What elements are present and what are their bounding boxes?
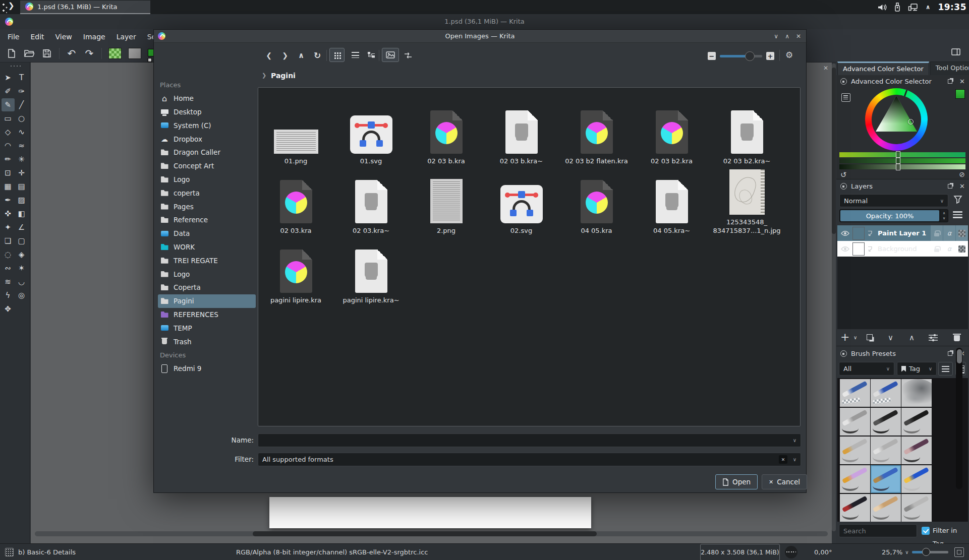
opacity-spinner[interactable]: ∧∨ <box>940 210 948 222</box>
tool-button[interactable]: ϟ <box>2 289 15 302</box>
close-panel-icon[interactable]: ✕ <box>959 78 965 85</box>
brush-preset[interactable] <box>840 437 870 464</box>
layers-menu-icon[interactable] <box>953 211 962 218</box>
layer-inherit-alpha-toggle[interactable] <box>956 225 968 241</box>
brush-preset[interactable] <box>840 379 870 407</box>
brush-preset-icon[interactable] <box>5 548 14 556</box>
chevron-down-icon[interactable]: ∨ <box>793 434 796 447</box>
add-layer-button[interactable]: + <box>840 331 849 343</box>
value-bar-handle[interactable] <box>896 163 900 170</box>
tool-button[interactable]: ≈ <box>15 139 28 152</box>
panel-lock-icon[interactable] <box>840 183 847 190</box>
chevron-down-icon[interactable]: ∨ <box>793 453 796 466</box>
file-04-05-kra[interactable]: 04 05.kra~ <box>634 169 709 235</box>
file-02-03-b-kra[interactable]: 02 03 b.kra~ <box>484 100 559 165</box>
tool-button[interactable]: ╱ <box>15 98 28 111</box>
color-wheel[interactable] <box>865 88 928 151</box>
saturation-bar[interactable] <box>839 158 965 163</box>
color-selector-ring[interactable] <box>908 119 914 125</box>
usb-device-icon[interactable] <box>894 3 900 12</box>
place-dragon-caller[interactable]: Dragon Caller <box>158 146 256 159</box>
add-layer-dropdown-icon[interactable]: ∨ <box>853 335 857 340</box>
file-browser[interactable]: 01.png 01.svg 02 03 b.kra <box>258 87 801 426</box>
pattern-swatch[interactable] <box>128 48 141 59</box>
place-home[interactable]: Home <box>158 92 256 105</box>
file-02-svg[interactable]: 02.svg <box>484 169 559 235</box>
tool-button[interactable]: ◎ <box>15 289 28 302</box>
zoom-fit-button[interactable] <box>954 547 964 557</box>
menu-layer[interactable]: Layer <box>111 29 142 44</box>
move-layer-down-button[interactable]: ∨ <box>888 333 893 342</box>
tool-button[interactable]: ✦ <box>2 221 15 234</box>
tool-button[interactable]: ▨ <box>15 194 28 207</box>
sort-options-button[interactable] <box>402 48 414 63</box>
horizontal-scrollbar[interactable] <box>35 531 828 536</box>
panel-lock-icon[interactable] <box>840 78 847 85</box>
brush-preset[interactable] <box>840 465 870 493</box>
file-pagini-lipire-kra[interactable]: pagini lipire.kra~ <box>333 239 409 304</box>
tool-button[interactable]: ✑ <box>15 85 28 98</box>
horizontal-scrollbar-handle[interactable] <box>253 531 597 536</box>
canvas-rotation-dial[interactable] <box>785 546 797 558</box>
clear-filter-icon[interactable]: ✕ <box>779 455 787 464</box>
brush-preset[interactable] <box>871 437 901 464</box>
clock[interactable]: 19:35 <box>938 2 966 12</box>
filter-in-tag-checkbox[interactable] <box>922 527 930 535</box>
brush-preset[interactable] <box>901 379 932 407</box>
no-color-icon[interactable]: ⊘ <box>959 170 965 178</box>
place-reference[interactable]: Reference <box>158 213 256 227</box>
color-selector-settings-icon[interactable] <box>841 93 850 102</box>
tool-button[interactable]: ▦ <box>2 180 15 193</box>
reload-button[interactable]: ↻ <box>311 48 323 63</box>
tool-button[interactable]: ✳ <box>15 153 28 166</box>
place-logo[interactable]: Logo <box>158 267 256 281</box>
place-trei-regate[interactable]: TREI REGATE <box>158 254 256 267</box>
brush-preset[interactable] <box>840 494 870 522</box>
reset-colors-icon[interactable] <box>148 58 152 62</box>
zoom-level[interactable]: 25,7%∨ <box>882 544 909 560</box>
tool-button[interactable]: ▤ <box>15 180 28 193</box>
menu-edit[interactable]: Edit <box>25 29 49 44</box>
brush-preset[interactable] <box>871 379 901 407</box>
place-coperta[interactable]: coperta <box>158 186 256 200</box>
file-04-05-kra[interactable]: 04 05.kra <box>559 169 634 235</box>
tool-button[interactable]: ❏ <box>2 234 15 247</box>
tool-button[interactable]: ≋ <box>2 275 15 288</box>
docker-tab[interactable]: Tool Options <box>930 61 969 75</box>
forward-button[interactable]: ❯ <box>279 48 291 63</box>
workspace-chooser-button[interactable] <box>951 48 960 55</box>
place-logo[interactable]: Logo <box>158 173 256 186</box>
tool-button[interactable]: ○ <box>15 112 28 125</box>
blend-mode-select[interactable]: Normal ∨ <box>839 194 948 207</box>
layer-inherit-alpha-toggle[interactable] <box>956 241 968 257</box>
tool-button[interactable]: ✛ <box>15 166 28 179</box>
tool-button[interactable]: ✎ <box>2 98 15 111</box>
layer-lock-toggle[interactable] <box>931 225 943 241</box>
search-input[interactable] <box>839 524 917 537</box>
zoom-slider[interactable] <box>912 551 948 553</box>
color-history-icon[interactable]: ↺ <box>840 170 847 179</box>
tool-button[interactable]: ◠ <box>2 139 15 152</box>
tag-select[interactable]: Tag ∨ <box>897 362 937 376</box>
open-button[interactable]: Open <box>715 474 758 489</box>
tool-button[interactable]: ✐ <box>2 85 15 98</box>
brush-grid-scrollbar[interactable] <box>956 348 962 489</box>
layer-lock-toggle[interactable] <box>931 241 943 257</box>
preview-toggle-button[interactable] <box>382 48 399 62</box>
brush-preset[interactable] <box>871 494 901 522</box>
place-pages[interactable]: Pages <box>158 200 256 213</box>
breadcrumb[interactable]: Pagini <box>271 69 296 82</box>
cancel-button[interactable]: ✕ Cancel <box>762 474 807 489</box>
file-pagini-lipire-kra[interactable]: pagini lipire.kra <box>258 239 333 304</box>
value-bar[interactable] <box>839 164 965 169</box>
duplicate-layer-button[interactable] <box>867 334 873 340</box>
tray-expand-icon[interactable]: ∧ <box>926 4 931 11</box>
up-button[interactable]: ∧ <box>295 48 307 63</box>
tool-button[interactable]: ✶ <box>15 262 28 275</box>
brush-preset[interactable] <box>871 408 901 435</box>
tool-button[interactable]: ✏ <box>2 153 15 166</box>
brush-preset[interactable] <box>901 494 932 522</box>
layer-paint-layer-1[interactable]: Paint Layer 1 α <box>837 225 968 241</box>
file-02-03-b2-kra[interactable]: 02 03 b2.kra <box>634 100 709 165</box>
place-data[interactable]: Data <box>158 227 256 240</box>
